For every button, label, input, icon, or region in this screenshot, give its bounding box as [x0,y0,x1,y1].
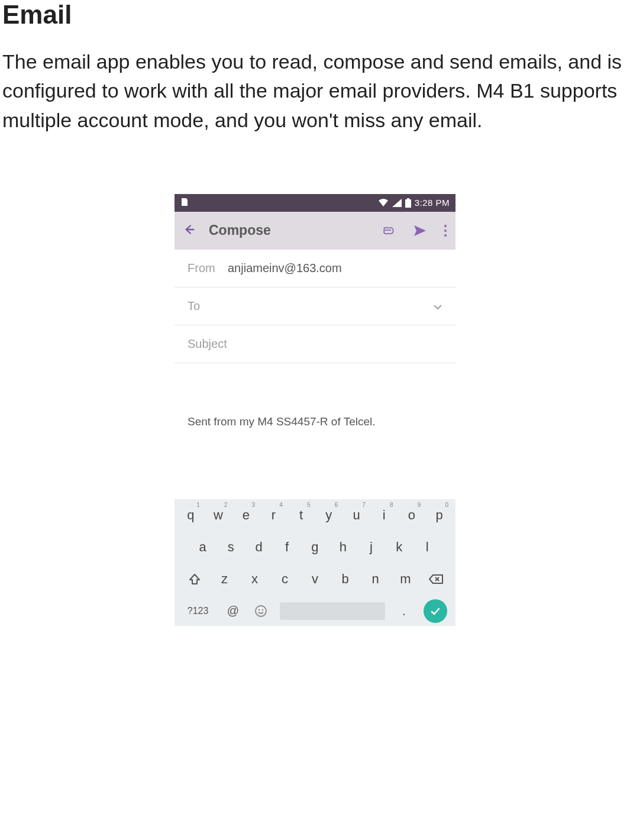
key-j[interactable]: j [357,535,385,560]
from-value: anjiameinv@163.com [228,261,442,275]
send-icon[interactable] [413,224,427,237]
to-label: To [188,299,228,313]
key-g[interactable]: g [301,535,329,560]
space-key[interactable] [280,602,385,620]
key-c[interactable]: c [270,567,300,592]
more-icon[interactable] [444,224,447,237]
key-h[interactable]: h [329,535,357,560]
from-field[interactable]: From anjiameinv@163.com [175,250,455,287]
app-bar: Compose [175,212,455,250]
key-p[interactable]: p0 [425,503,453,528]
key-b[interactable]: b [330,567,360,592]
period-key[interactable]: . [390,599,418,623]
status-bar: 3:28 PM [175,194,455,212]
status-time: 3:28 PM [415,198,450,208]
svg-point-6 [259,609,260,610]
svg-point-2 [444,225,447,227]
email-body[interactable]: Sent from my M4 SS4457-R of Telcel. [175,363,455,499]
keyboard-row-1: q1w2e3r4t5y6u7i8o9p0 [177,503,453,528]
key-v[interactable]: v [300,567,330,592]
key-l[interactable]: l [413,535,441,560]
key-y[interactable]: y6 [315,503,343,528]
key-q[interactable]: q1 [177,503,205,528]
enter-key[interactable] [418,599,453,623]
compose-title: Compose [209,222,271,238]
key-n[interactable]: n [360,567,390,592]
svg-point-3 [444,230,447,232]
key-o[interactable]: o9 [398,503,426,528]
keyboard-row-2: asdfghjkl [177,535,453,560]
from-label: From [188,261,228,275]
subject-placeholder: Subject [188,337,442,351]
key-u[interactable]: u7 [343,503,370,528]
key-k[interactable]: k [385,535,413,560]
to-field[interactable]: To [175,287,455,325]
key-d[interactable]: d [245,535,273,560]
key-w[interactable]: w2 [205,503,232,528]
key-a[interactable]: a [189,535,217,560]
doc-paragraph: The email app enables you to read, compo… [2,47,628,135]
keyboard-row-4: ?123 @ . [177,599,453,623]
key-s[interactable]: s [217,535,244,560]
wifi-icon [378,199,389,207]
sdcard-icon [180,197,189,208]
key-f[interactable]: f [273,535,301,560]
signal-icon [392,199,402,207]
attach-icon[interactable] [381,226,396,235]
battery-icon [405,198,411,208]
doc-title: Email [2,0,630,30]
email-signature: Sent from my M4 SS4457-R of Telcel. [188,415,376,428]
svg-point-5 [256,606,266,616]
svg-rect-1 [407,198,409,199]
svg-point-4 [444,234,447,237]
shift-key[interactable] [179,573,209,586]
key-r[interactable]: r4 [260,503,287,528]
keyboard: q1w2e3r4t5y6u7i8o9p0 asdfghjkl zxcvbnm ?… [175,499,455,626]
keyboard-row-3: zxcvbnm [177,567,453,592]
phone-screenshot: 3:28 PM Compose [175,194,455,626]
key-z[interactable]: z [209,567,240,592]
svg-point-7 [262,609,263,610]
subject-field[interactable]: Subject [175,325,455,363]
chevron-down-icon[interactable] [433,299,442,313]
at-key[interactable]: @ [219,599,247,622]
svg-rect-0 [405,199,411,208]
backspace-key[interactable] [421,573,451,585]
key-x[interactable]: x [240,567,270,592]
key-m[interactable]: m [390,567,421,592]
emoji-key[interactable] [247,600,275,622]
key-e[interactable]: e3 [232,503,260,528]
key-i[interactable]: i8 [370,503,398,528]
key-t[interactable]: t5 [287,503,315,528]
symbols-key[interactable]: ?123 [177,601,219,621]
back-icon[interactable] [183,223,196,238]
